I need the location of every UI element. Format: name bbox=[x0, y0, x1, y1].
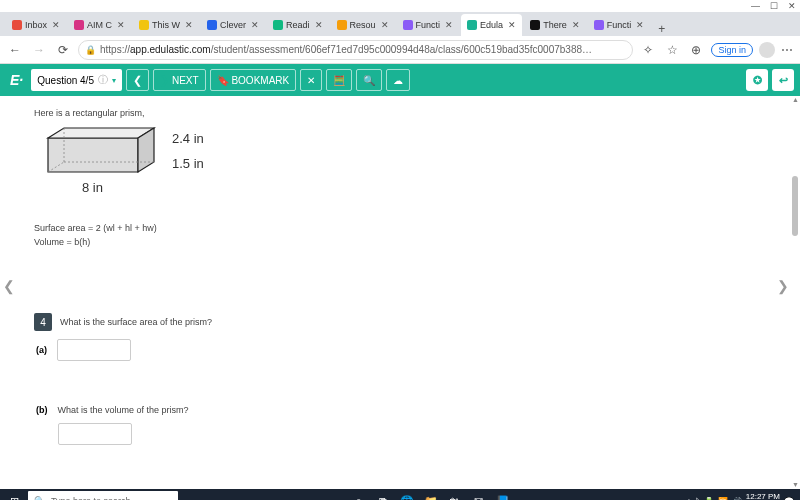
notifications-icon[interactable]: 💬 bbox=[784, 497, 794, 501]
close-tab-icon[interactable]: ✕ bbox=[315, 20, 323, 30]
tray-overflow-icon[interactable]: ^ bbox=[687, 497, 691, 501]
part-b-label: (b) bbox=[36, 405, 48, 415]
reload-button[interactable]: ⟳ bbox=[54, 41, 72, 59]
prev-question-button[interactable]: ❮ bbox=[126, 69, 149, 91]
new-tab-button[interactable]: + bbox=[652, 22, 671, 36]
mail-icon[interactable]: ✉ bbox=[468, 489, 490, 500]
clock[interactable]: 12:27 PM 4/8/2021 bbox=[746, 493, 780, 500]
tab-aim[interactable]: AIM C✕ bbox=[68, 14, 131, 36]
close-tab-icon[interactable]: ✕ bbox=[117, 20, 125, 30]
close-tab-icon[interactable]: ✕ bbox=[381, 20, 389, 30]
explorer-icon[interactable]: 📁 bbox=[420, 489, 442, 500]
favicon bbox=[467, 20, 477, 30]
exit-button[interactable]: ↩ bbox=[772, 69, 794, 91]
tab-functi1[interactable]: Functi✕ bbox=[397, 14, 460, 36]
forward-button[interactable]: → bbox=[30, 41, 48, 59]
collections-icon[interactable]: ⊕ bbox=[687, 41, 705, 59]
back-button[interactable]: ← bbox=[6, 41, 24, 59]
tab-resou[interactable]: Resou✕ bbox=[331, 14, 395, 36]
sound-icon[interactable]: 🔊 bbox=[732, 497, 742, 501]
accessibility-button[interactable]: ✪ bbox=[746, 69, 768, 91]
url-field[interactable]: 🔒 https://app.edulastic.com/student/asse… bbox=[78, 40, 633, 60]
prism-diagram bbox=[44, 124, 164, 178]
bookmark-button[interactable]: 🔖 BOOKMARK bbox=[210, 69, 297, 91]
maximize-button[interactable]: ☐ bbox=[770, 1, 778, 11]
question-row: 4 What is the surface area of the prism? bbox=[34, 313, 756, 331]
cortana-icon[interactable]: ○ bbox=[348, 489, 370, 500]
calculator-button[interactable]: 🧮 bbox=[326, 69, 352, 91]
dimension-height: 2.4 in bbox=[172, 131, 204, 146]
system-tray[interactable]: ^ ᛒ 🔋 🛜 🔊 12:27 PM 4/8/2021 💬 bbox=[683, 493, 798, 500]
word-icon[interactable]: 📘 bbox=[492, 489, 514, 500]
favicon bbox=[594, 20, 604, 30]
close-tab-icon[interactable]: ✕ bbox=[445, 20, 453, 30]
lock-icon: 🔒 bbox=[85, 45, 96, 55]
answer-input-a[interactable] bbox=[57, 339, 131, 361]
tab-label: Readi bbox=[286, 20, 310, 30]
close-tab-icon[interactable]: ✕ bbox=[508, 20, 516, 30]
tab-label: Functi bbox=[607, 20, 632, 30]
tab-edulastic[interactable]: Edula✕ bbox=[461, 14, 522, 36]
question-number-badge: 4 bbox=[34, 313, 52, 331]
next-question-button[interactable]: ❯NEXT bbox=[153, 69, 206, 91]
wifi-icon[interactable]: 🛜 bbox=[718, 497, 728, 501]
scroll-up-icon[interactable]: ▲ bbox=[792, 96, 798, 104]
clear-button[interactable]: ✕ bbox=[300, 69, 322, 91]
favorites-icon[interactable]: ☆ bbox=[663, 41, 681, 59]
tab-label: Edula bbox=[480, 20, 503, 30]
tab-functi2[interactable]: Functi✕ bbox=[588, 14, 651, 36]
browser-menu-button[interactable]: ⋯ bbox=[781, 43, 794, 57]
minimize-button[interactable]: — bbox=[751, 1, 760, 11]
tab-inbox[interactable]: Inbox✕ bbox=[6, 14, 66, 36]
url-path: /student/assessment/606ef71ed7d95c000994… bbox=[211, 44, 592, 55]
search-icon: 🔍 bbox=[34, 496, 45, 500]
cloud-button[interactable]: ☁ bbox=[386, 69, 410, 91]
windows-taskbar: ⊞ 🔍 Type here to search ○ ⧉ 🌐 📁 🛍 ✉ 📘 ^ … bbox=[0, 489, 800, 500]
bluetooth-icon[interactable]: ᛒ bbox=[695, 497, 700, 501]
info-icon: ⓘ bbox=[98, 73, 108, 87]
tab-label: There bbox=[543, 20, 567, 30]
close-tab-icon[interactable]: ✕ bbox=[572, 20, 580, 30]
edulastic-logo: E· bbox=[10, 72, 23, 88]
tab-there[interactable]: There✕ bbox=[524, 14, 586, 36]
close-tab-icon[interactable]: ✕ bbox=[185, 20, 193, 30]
close-tab-icon[interactable]: ✕ bbox=[251, 20, 259, 30]
edulastic-toolbar: E· Question 4/5 ⓘ ▾ ❮ ❯NEXT 🔖 BOOKMARK ✕… bbox=[0, 64, 800, 96]
bookmark-icon: 🔖 bbox=[217, 75, 229, 86]
dimension-width: 8 in bbox=[82, 180, 756, 195]
tab-this[interactable]: This W✕ bbox=[133, 14, 199, 36]
favicon bbox=[273, 20, 283, 30]
favicon bbox=[530, 20, 540, 30]
signin-button[interactable]: Sign in bbox=[711, 43, 753, 57]
store-icon[interactable]: 🛍 bbox=[444, 489, 466, 500]
favicon bbox=[207, 20, 217, 30]
problem-intro: Here is a rectangular prism, bbox=[34, 108, 756, 118]
taskview-icon[interactable]: ⧉ bbox=[372, 489, 394, 500]
extension-icon[interactable]: ✧ bbox=[639, 41, 657, 59]
chevron-right-icon: ❯ bbox=[160, 74, 169, 87]
content-area: ❮ ❯ Here is a rectangular prism, 2.4 in … bbox=[0, 96, 800, 489]
question-text-b: What is the volume of the prism? bbox=[58, 405, 189, 415]
close-window-button[interactable]: ✕ bbox=[788, 1, 796, 11]
search-button[interactable]: 🔍 bbox=[356, 69, 382, 91]
close-tab-icon[interactable]: ✕ bbox=[636, 20, 644, 30]
question-selector[interactable]: Question 4/5 ⓘ ▾ bbox=[31, 69, 122, 91]
vertical-scrollbar[interactable]: ▲ ▼ bbox=[792, 96, 798, 489]
start-button[interactable]: ⊞ bbox=[2, 495, 26, 501]
answer-input-b[interactable] bbox=[58, 423, 132, 445]
chevron-left-icon: ❮ bbox=[133, 74, 142, 87]
scroll-down-icon[interactable]: ▼ bbox=[792, 481, 798, 489]
close-tab-icon[interactable]: ✕ bbox=[52, 20, 60, 30]
scroll-thumb[interactable] bbox=[792, 176, 798, 236]
profile-avatar[interactable] bbox=[759, 42, 775, 58]
battery-icon[interactable]: 🔋 bbox=[704, 497, 714, 501]
question-label: Question 4/5 bbox=[37, 75, 94, 86]
tab-clever[interactable]: Clever✕ bbox=[201, 14, 265, 36]
browser-tabstrip: Inbox✕ AIM C✕ This W✕ Clever✕ Readi✕ Res… bbox=[0, 12, 800, 36]
tab-readi[interactable]: Readi✕ bbox=[267, 14, 329, 36]
edge-icon[interactable]: 🌐 bbox=[396, 489, 418, 500]
favicon bbox=[74, 20, 84, 30]
tab-label: Resou bbox=[350, 20, 376, 30]
clock-time: 12:27 PM bbox=[746, 493, 780, 500]
taskbar-search[interactable]: 🔍 Type here to search bbox=[28, 491, 178, 500]
